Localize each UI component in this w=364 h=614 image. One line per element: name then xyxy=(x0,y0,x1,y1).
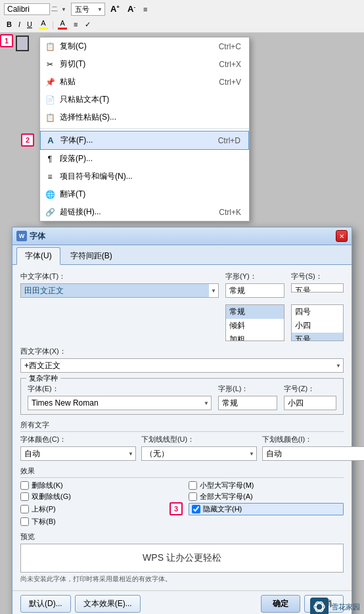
cursor-indicator xyxy=(16,35,29,51)
menu-item-hyperlink[interactable]: 🔗 超链接(H)... Ctrl+K xyxy=(40,203,249,221)
complex-style-col: 字形(L)： ▼ xyxy=(218,384,277,410)
menu-label-hyperlink: 超链接(H)... xyxy=(60,206,193,218)
font-size-input[interactable] xyxy=(72,3,95,15)
font-name-input[interactable] xyxy=(4,3,50,15)
label-double-strike: 双删除线(G) xyxy=(32,492,71,502)
font-grow-btn[interactable]: A+ xyxy=(108,3,122,15)
style-list[interactable]: 常规 倾斜 加粗 xyxy=(225,304,284,341)
context-menu: 📋 复制(C) Ctrl+C ✂ 剪切(T) Ctrl+X 📌 粘贴 Ctrl+… xyxy=(39,37,250,222)
size-input[interactable] xyxy=(292,285,344,293)
en-font-input[interactable] xyxy=(21,359,334,372)
size-list-item-xs4[interactable]: 小四 xyxy=(292,319,343,333)
size-list[interactable]: 四号 小四 五号 xyxy=(291,304,344,341)
font-shrink-btn[interactable]: A- xyxy=(125,3,138,15)
size-list-col: 四号 小四 五号 xyxy=(291,304,344,341)
label-strikethrough: 删除线(K) xyxy=(32,481,63,490)
menu-shortcut-font: Ctrl+D xyxy=(218,136,240,145)
underline-type-wrap: ▼ xyxy=(141,446,257,461)
checkbox-subscript[interactable] xyxy=(20,517,29,526)
style-list-item-normal[interactable]: 常规 xyxy=(226,305,284,319)
tab-char-spacing[interactable]: 字符间距(B) xyxy=(62,247,121,264)
bullets-icon: ≡ xyxy=(44,171,56,183)
checkbox-all-caps[interactable] xyxy=(189,492,197,501)
menu-label-paste-text: 只粘贴文本(T) xyxy=(60,94,241,105)
hyperlink-icon: 🔗 xyxy=(44,206,56,218)
bold-btn[interactable]: B xyxy=(4,19,14,30)
style-list-item-italic[interactable]: 倾斜 xyxy=(226,319,284,333)
menu-label-paragraph: 段落(P)... xyxy=(60,153,241,164)
align-btn[interactable]: ≡ xyxy=(71,19,80,30)
label-subscript: 下标(B) xyxy=(32,517,56,527)
checkbox-double-strike[interactable] xyxy=(20,492,29,501)
ok-btn[interactable]: 确定 xyxy=(261,595,300,613)
menu-item-translate[interactable]: 🌐 翻译(T) xyxy=(40,185,249,203)
menu-label-cut: 剪切(T) xyxy=(60,59,193,70)
style-list-item-bold[interactable]: 加粗 xyxy=(226,333,284,341)
style-list-col: 常规 倾斜 加粗 xyxy=(225,304,284,341)
watermark: 雪花家园 xyxy=(310,598,360,614)
default-btn[interactable]: 默认(D)... xyxy=(20,595,71,613)
cn-font-dropdown[interactable]: ▼ xyxy=(209,288,218,294)
checkbox-superscript[interactable] xyxy=(20,505,29,513)
menu-item-copy[interactable]: 📋 复制(C) Ctrl+C xyxy=(40,37,249,55)
font-name-suffix: 二 xyxy=(51,5,58,14)
tab-font[interactable]: 字体(U) xyxy=(16,247,60,265)
svg-point-2 xyxy=(314,601,325,613)
complex-font-dropdown[interactable]: ▼ xyxy=(202,400,211,406)
font-name-dropdown[interactable]: ▼ xyxy=(59,7,68,12)
menu-item-cut[interactable]: ✂ 剪切(T) Ctrl+X xyxy=(40,55,249,73)
font-size-dropdown[interactable]: ▼ xyxy=(95,7,104,12)
size-list-item-5[interactable]: 五号 xyxy=(292,333,343,341)
font-size-wrap: ▼ xyxy=(71,3,105,16)
menu-item-paste-text[interactable]: 📄 只粘贴文本(T) xyxy=(40,91,249,108)
complex-size-col: 字号(Z)： ▼ xyxy=(284,384,336,410)
menu-label-copy: 复制(C) xyxy=(60,41,193,52)
italic-btn[interactable]: I xyxy=(16,19,23,30)
dialog-tabs: 字体(U) 字符间距(B) xyxy=(12,245,352,265)
complex-size-label: 字号(Z)： xyxy=(284,384,336,394)
font-color-dropdown[interactable]: ▼ xyxy=(126,451,135,457)
menu-item-paragraph[interactable]: ¶ 段落(P)... xyxy=(40,150,249,168)
underline-btn[interactable]: U xyxy=(24,19,35,30)
format-para-btn[interactable]: ≡ xyxy=(141,4,150,14)
en-font-row: 西文字体(X)： ▼ xyxy=(20,346,344,373)
size-list-item-4[interactable]: 四号 xyxy=(292,305,343,319)
underline-type-input[interactable] xyxy=(142,447,247,460)
effect-superscript: 上标(P) xyxy=(20,503,175,515)
menu-item-paste[interactable]: 📌 粘贴 Ctrl+V xyxy=(40,73,249,91)
checkbox-small-caps[interactable] xyxy=(189,481,197,490)
menu-item-bullets[interactable]: ≡ 项目符号和编号(N)... xyxy=(40,168,249,185)
underline-color-col: 下划线颜色(I)： ▼ xyxy=(262,435,364,461)
text-effect-btn[interactable]: 文本效果(E)... xyxy=(75,595,141,613)
font-color-btn[interactable]: A xyxy=(55,18,70,31)
underline-color-label: 下划线颜色(I)： xyxy=(262,435,364,444)
checkbox-strikethrough[interactable] xyxy=(20,481,29,490)
paste-special-icon: 📋 xyxy=(44,112,56,124)
format-check-btn[interactable]: ✓ xyxy=(82,19,93,30)
footer-left: 默认(D)... 文本效果(E)... xyxy=(20,595,141,613)
complex-size-input[interactable] xyxy=(284,396,364,410)
underline-color-input[interactable] xyxy=(263,447,364,460)
dialog-title-icon: W xyxy=(16,231,27,241)
complex-font-input[interactable] xyxy=(28,396,202,410)
cn-font-input[interactable] xyxy=(21,284,209,297)
style-size-lists: 常规 倾斜 加粗 四号 小四 五号 xyxy=(20,304,344,341)
cn-font-col: 中文字体(T)： ▼ xyxy=(20,272,219,298)
underline-type-dropdown[interactable]: ▼ xyxy=(247,451,256,457)
complex-style-input-wrap: ▼ xyxy=(218,396,277,410)
menu-item-font[interactable]: 2 A 字体(F)... Ctrl+D xyxy=(40,131,249,150)
menu-item-paste-special[interactable]: 📋 选择性粘贴(S)... xyxy=(40,108,249,126)
watermark-icon xyxy=(310,598,329,614)
font-color-input[interactable] xyxy=(21,447,126,460)
effects-label: 效果 xyxy=(20,466,344,478)
dialog-footer: 默认(D)... 文本效果(E)... 确定 取消 xyxy=(12,590,352,614)
watermark-text: 雪花家园 xyxy=(331,602,360,612)
menu-shortcut-paste: Ctrl+V xyxy=(219,78,241,87)
dialog-body: 中文字体(T)： ▼ 字形(Y)： ▼ 字号(S)： ▲ xyxy=(12,265,352,590)
effects-grid: 删除线(K) 小型大写字母(M) 双删除线(G) 全部大写字母(A) 上标(P) xyxy=(20,481,344,527)
checkbox-hidden[interactable] xyxy=(192,505,200,513)
en-font-dropdown[interactable]: ▼ xyxy=(334,363,343,369)
dialog-close-btn[interactable]: ✕ xyxy=(336,230,348,242)
highlight-btn[interactable]: A xyxy=(36,18,51,31)
all-text-label: 所有文字 xyxy=(20,420,344,432)
